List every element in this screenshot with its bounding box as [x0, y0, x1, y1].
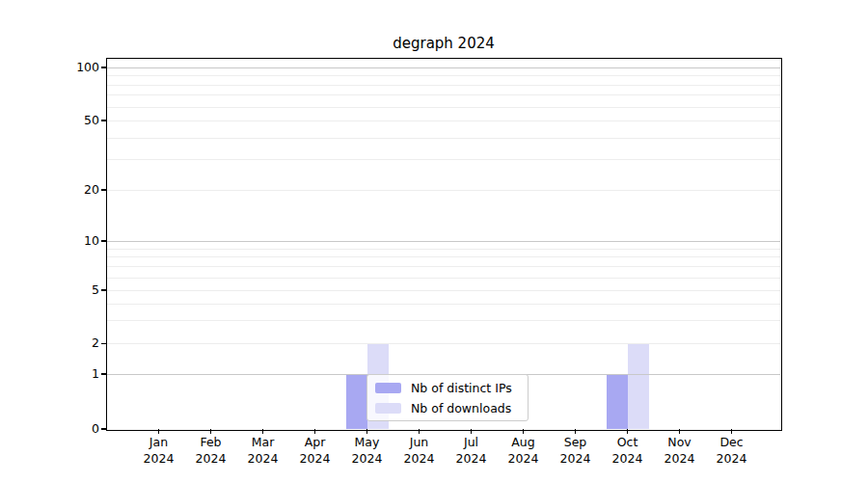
x-tick-year-jan: 2024	[132, 451, 186, 468]
y-tick-label-20: 20	[40, 182, 99, 198]
y-tick-label-50: 50	[40, 113, 99, 128]
y-tick-1	[101, 373, 107, 375]
legend-item-downloads: Nb of downloads	[375, 400, 520, 416]
minor-gridline-8	[107, 256, 780, 257]
y-tick-label-100: 100	[40, 60, 99, 75]
minor-gridline-60	[107, 107, 780, 108]
x-tick-year-apr: 2024	[288, 451, 342, 468]
minor-gridline-80	[107, 85, 780, 86]
y-tick-20	[101, 189, 107, 191]
legend-swatch-distinct-ips-icon	[375, 383, 401, 393]
y-tick-50	[101, 120, 107, 121]
bar-nb-of-distinct-ips-may	[346, 374, 367, 429]
x-tick-mar	[262, 429, 264, 434]
x-tick-feb	[210, 429, 212, 434]
y-tick-100	[101, 67, 107, 68]
chart-legend: Nb of distinct IPs Nb of downloads	[366, 374, 529, 421]
minor-gridline-6	[107, 278, 780, 279]
x-tick-label-may: May2024	[340, 435, 394, 467]
x-tick-label-mar: Mar2024	[236, 435, 290, 467]
chart-figure: degraph 2024 0125102050100Jan2024Feb2024…	[0, 0, 868, 482]
x-tick-year-aug: 2024	[497, 451, 551, 468]
x-tick-sep	[575, 429, 577, 434]
minor-gridline-4	[107, 304, 780, 305]
bar-nb-of-downloads-oct	[628, 343, 649, 429]
y-tick-label-5: 5	[40, 282, 99, 298]
minor-gridline-2	[107, 343, 780, 344]
x-tick-year-dec: 2024	[705, 451, 759, 468]
legend-label-downloads: Nb of downloads	[411, 401, 511, 415]
x-tick-label-aug: Aug2024	[497, 435, 551, 467]
x-tick-label-feb: Feb2024	[184, 435, 238, 467]
x-tick-label-dec: Dec2024	[705, 435, 759, 467]
legend-swatch-downloads-icon	[375, 403, 401, 414]
x-tick-year-jun: 2024	[393, 451, 447, 468]
x-tick-label-jul: Jul2024	[445, 435, 499, 467]
x-tick-label-oct: Oct2024	[601, 435, 655, 467]
y-tick-label-10: 10	[40, 233, 99, 249]
minor-gridline-9	[107, 249, 780, 250]
y-tick-0	[101, 428, 107, 430]
x-tick-label-jun: Jun2024	[393, 435, 447, 467]
x-tick-year-oct: 2024	[601, 451, 655, 468]
y-tick-label-0: 0	[40, 421, 99, 437]
chart-title: degraph 2024	[107, 33, 780, 54]
x-tick-aug	[523, 429, 525, 434]
minor-gridline-20	[107, 190, 780, 191]
minor-gridline-40	[107, 138, 780, 139]
y-tick-label-1: 1	[40, 366, 99, 382]
minor-gridline-30	[107, 159, 780, 160]
x-tick-may	[366, 429, 368, 434]
x-tick-label-sep: Sep2024	[549, 435, 603, 467]
x-tick-year-may: 2024	[340, 451, 394, 468]
x-tick-label-jan: Jan2024	[132, 435, 186, 467]
x-tick-label-nov: Nov2024	[653, 435, 707, 467]
minor-gridline-3	[107, 320, 780, 321]
minor-gridline-50	[107, 120, 780, 121]
y-tick-2	[101, 343, 107, 345]
x-tick-oct	[627, 429, 629, 434]
x-tick-year-mar: 2024	[236, 451, 290, 468]
major-gridline-10	[107, 241, 780, 242]
legend-item-distinct-ips: Nb of distinct IPs	[375, 380, 520, 396]
x-tick-apr	[314, 429, 316, 434]
x-tick-jun	[419, 429, 420, 434]
legend-label-distinct-ips: Nb of distinct IPs	[411, 381, 512, 395]
minor-gridline-7	[107, 266, 780, 267]
x-tick-nov	[679, 429, 681, 434]
minor-gridline-70	[107, 94, 780, 95]
x-tick-jul	[471, 429, 473, 434]
x-tick-label-apr: Apr2024	[288, 435, 342, 467]
x-tick-year-nov: 2024	[653, 451, 707, 468]
x-tick-dec	[731, 429, 733, 434]
major-gridline-100	[107, 67, 780, 68]
minor-gridline-90	[107, 75, 780, 76]
y-tick-10	[101, 240, 107, 242]
x-tick-jan	[158, 429, 160, 434]
minor-gridline-5	[107, 290, 780, 291]
bar-nb-of-distinct-ips-oct	[607, 374, 628, 429]
x-tick-year-jul: 2024	[445, 451, 499, 468]
y-tick-label-2: 2	[40, 335, 99, 351]
y-tick-5	[101, 289, 107, 291]
x-tick-year-feb: 2024	[184, 451, 238, 468]
x-tick-year-sep: 2024	[549, 451, 603, 468]
